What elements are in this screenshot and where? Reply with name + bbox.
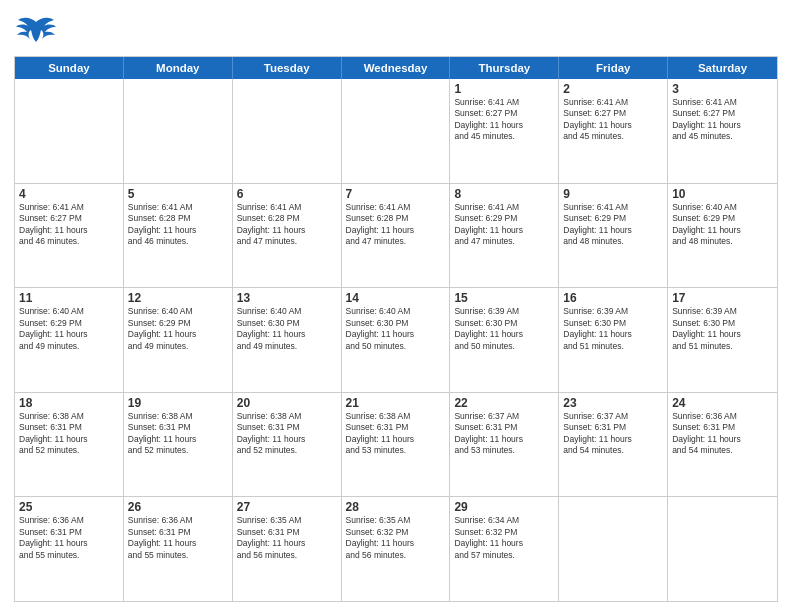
day-number: 20: [237, 396, 337, 410]
day-cell-9: 9Sunrise: 6:41 AMSunset: 6:29 PMDaylight…: [559, 184, 668, 288]
day-header-wednesday: Wednesday: [342, 57, 451, 79]
day-cell-15: 15Sunrise: 6:39 AMSunset: 6:30 PMDayligh…: [450, 288, 559, 392]
day-info: Sunrise: 6:40 AMSunset: 6:30 PMDaylight:…: [237, 306, 337, 352]
day-info: Sunrise: 6:34 AMSunset: 6:32 PMDaylight:…: [454, 515, 554, 561]
day-cell-4: 4Sunrise: 6:41 AMSunset: 6:27 PMDaylight…: [15, 184, 124, 288]
day-info: Sunrise: 6:35 AMSunset: 6:32 PMDaylight:…: [346, 515, 446, 561]
day-number: 4: [19, 187, 119, 201]
day-number: 22: [454, 396, 554, 410]
day-info: Sunrise: 6:40 AMSunset: 6:29 PMDaylight:…: [672, 202, 773, 248]
day-number: 18: [19, 396, 119, 410]
day-number: 2: [563, 82, 663, 96]
day-cell-29: 29Sunrise: 6:34 AMSunset: 6:32 PMDayligh…: [450, 497, 559, 601]
week-row-2: 4Sunrise: 6:41 AMSunset: 6:27 PMDaylight…: [15, 184, 777, 289]
day-cell-17: 17Sunrise: 6:39 AMSunset: 6:30 PMDayligh…: [668, 288, 777, 392]
day-number: 28: [346, 500, 446, 514]
day-info: Sunrise: 6:41 AMSunset: 6:27 PMDaylight:…: [563, 97, 663, 143]
day-number: 12: [128, 291, 228, 305]
day-number: 9: [563, 187, 663, 201]
day-cell-20: 20Sunrise: 6:38 AMSunset: 6:31 PMDayligh…: [233, 393, 342, 497]
day-cell-24: 24Sunrise: 6:36 AMSunset: 6:31 PMDayligh…: [668, 393, 777, 497]
day-header-saturday: Saturday: [668, 57, 777, 79]
day-cell-16: 16Sunrise: 6:39 AMSunset: 6:30 PMDayligh…: [559, 288, 668, 392]
day-number: 24: [672, 396, 773, 410]
day-number: 29: [454, 500, 554, 514]
day-number: 16: [563, 291, 663, 305]
day-cell-3: 3Sunrise: 6:41 AMSunset: 6:27 PMDaylight…: [668, 79, 777, 183]
day-info: Sunrise: 6:39 AMSunset: 6:30 PMDaylight:…: [672, 306, 773, 352]
day-info: Sunrise: 6:41 AMSunset: 6:28 PMDaylight:…: [346, 202, 446, 248]
day-cell-2: 2Sunrise: 6:41 AMSunset: 6:27 PMDaylight…: [559, 79, 668, 183]
day-cell-27: 27Sunrise: 6:35 AMSunset: 6:31 PMDayligh…: [233, 497, 342, 601]
day-number: 19: [128, 396, 228, 410]
empty-cell: [342, 79, 451, 183]
day-header-tuesday: Tuesday: [233, 57, 342, 79]
day-info: Sunrise: 6:36 AMSunset: 6:31 PMDaylight:…: [672, 411, 773, 457]
week-row-4: 18Sunrise: 6:38 AMSunset: 6:31 PMDayligh…: [15, 393, 777, 498]
empty-cell: [668, 497, 777, 601]
day-number: 11: [19, 291, 119, 305]
day-header-sunday: Sunday: [15, 57, 124, 79]
week-row-5: 25Sunrise: 6:36 AMSunset: 6:31 PMDayligh…: [15, 497, 777, 601]
day-info: Sunrise: 6:41 AMSunset: 6:29 PMDaylight:…: [563, 202, 663, 248]
day-info: Sunrise: 6:41 AMSunset: 6:29 PMDaylight:…: [454, 202, 554, 248]
day-info: Sunrise: 6:38 AMSunset: 6:31 PMDaylight:…: [128, 411, 228, 457]
day-info: Sunrise: 6:38 AMSunset: 6:31 PMDaylight:…: [237, 411, 337, 457]
day-number: 21: [346, 396, 446, 410]
day-info: Sunrise: 6:37 AMSunset: 6:31 PMDaylight:…: [563, 411, 663, 457]
day-number: 14: [346, 291, 446, 305]
day-info: Sunrise: 6:36 AMSunset: 6:31 PMDaylight:…: [128, 515, 228, 561]
day-info: Sunrise: 6:40 AMSunset: 6:29 PMDaylight:…: [128, 306, 228, 352]
day-cell-23: 23Sunrise: 6:37 AMSunset: 6:31 PMDayligh…: [559, 393, 668, 497]
calendar: SundayMondayTuesdayWednesdayThursdayFrid…: [14, 56, 778, 602]
day-info: Sunrise: 6:36 AMSunset: 6:31 PMDaylight:…: [19, 515, 119, 561]
calendar-header: SundayMondayTuesdayWednesdayThursdayFrid…: [15, 57, 777, 79]
day-number: 7: [346, 187, 446, 201]
empty-cell: [124, 79, 233, 183]
day-cell-25: 25Sunrise: 6:36 AMSunset: 6:31 PMDayligh…: [15, 497, 124, 601]
day-cell-28: 28Sunrise: 6:35 AMSunset: 6:32 PMDayligh…: [342, 497, 451, 601]
day-number: 26: [128, 500, 228, 514]
day-cell-21: 21Sunrise: 6:38 AMSunset: 6:31 PMDayligh…: [342, 393, 451, 497]
day-info: Sunrise: 6:41 AMSunset: 6:27 PMDaylight:…: [454, 97, 554, 143]
day-info: Sunrise: 6:41 AMSunset: 6:27 PMDaylight:…: [672, 97, 773, 143]
day-cell-6: 6Sunrise: 6:41 AMSunset: 6:28 PMDaylight…: [233, 184, 342, 288]
day-cell-22: 22Sunrise: 6:37 AMSunset: 6:31 PMDayligh…: [450, 393, 559, 497]
day-info: Sunrise: 6:40 AMSunset: 6:30 PMDaylight:…: [346, 306, 446, 352]
logo-icon: [14, 14, 58, 50]
day-header-monday: Monday: [124, 57, 233, 79]
day-info: Sunrise: 6:39 AMSunset: 6:30 PMDaylight:…: [454, 306, 554, 352]
day-info: Sunrise: 6:38 AMSunset: 6:31 PMDaylight:…: [19, 411, 119, 457]
page: SundayMondayTuesdayWednesdayThursdayFrid…: [0, 0, 792, 612]
day-info: Sunrise: 6:39 AMSunset: 6:30 PMDaylight:…: [563, 306, 663, 352]
day-cell-1: 1Sunrise: 6:41 AMSunset: 6:27 PMDaylight…: [450, 79, 559, 183]
day-cell-5: 5Sunrise: 6:41 AMSunset: 6:28 PMDaylight…: [124, 184, 233, 288]
day-cell-14: 14Sunrise: 6:40 AMSunset: 6:30 PMDayligh…: [342, 288, 451, 392]
day-info: Sunrise: 6:41 AMSunset: 6:28 PMDaylight:…: [128, 202, 228, 248]
day-info: Sunrise: 6:37 AMSunset: 6:31 PMDaylight:…: [454, 411, 554, 457]
day-info: Sunrise: 6:41 AMSunset: 6:27 PMDaylight:…: [19, 202, 119, 248]
day-info: Sunrise: 6:35 AMSunset: 6:31 PMDaylight:…: [237, 515, 337, 561]
calendar-body: 1Sunrise: 6:41 AMSunset: 6:27 PMDaylight…: [15, 79, 777, 601]
header: [14, 10, 778, 50]
day-number: 25: [19, 500, 119, 514]
day-number: 27: [237, 500, 337, 514]
day-cell-8: 8Sunrise: 6:41 AMSunset: 6:29 PMDaylight…: [450, 184, 559, 288]
day-cell-26: 26Sunrise: 6:36 AMSunset: 6:31 PMDayligh…: [124, 497, 233, 601]
week-row-1: 1Sunrise: 6:41 AMSunset: 6:27 PMDaylight…: [15, 79, 777, 184]
day-number: 8: [454, 187, 554, 201]
day-cell-13: 13Sunrise: 6:40 AMSunset: 6:30 PMDayligh…: [233, 288, 342, 392]
day-cell-7: 7Sunrise: 6:41 AMSunset: 6:28 PMDaylight…: [342, 184, 451, 288]
day-number: 10: [672, 187, 773, 201]
day-cell-12: 12Sunrise: 6:40 AMSunset: 6:29 PMDayligh…: [124, 288, 233, 392]
empty-cell: [559, 497, 668, 601]
day-cell-19: 19Sunrise: 6:38 AMSunset: 6:31 PMDayligh…: [124, 393, 233, 497]
day-cell-10: 10Sunrise: 6:40 AMSunset: 6:29 PMDayligh…: [668, 184, 777, 288]
logo: [14, 10, 60, 50]
day-number: 17: [672, 291, 773, 305]
day-info: Sunrise: 6:38 AMSunset: 6:31 PMDaylight:…: [346, 411, 446, 457]
day-number: 15: [454, 291, 554, 305]
day-header-friday: Friday: [559, 57, 668, 79]
day-cell-18: 18Sunrise: 6:38 AMSunset: 6:31 PMDayligh…: [15, 393, 124, 497]
week-row-3: 11Sunrise: 6:40 AMSunset: 6:29 PMDayligh…: [15, 288, 777, 393]
